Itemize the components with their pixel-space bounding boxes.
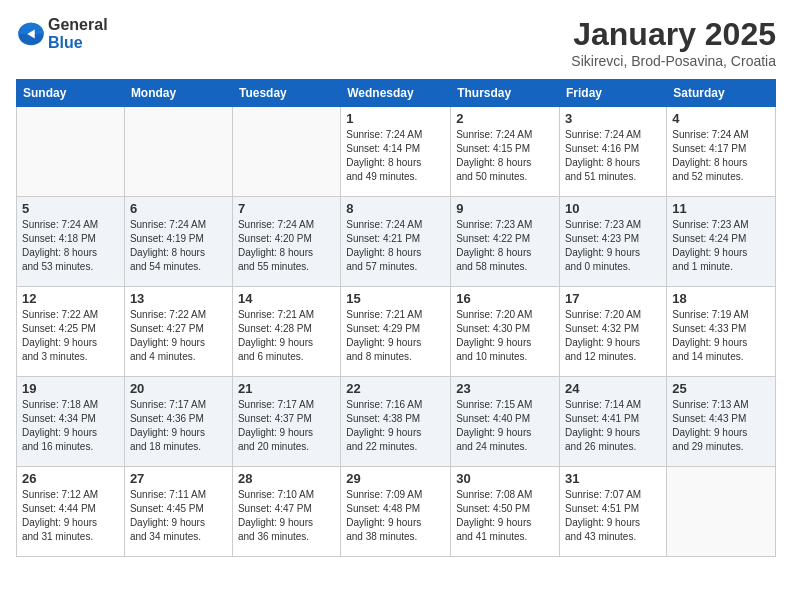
day-info: Sunrise: 7:21 AM Sunset: 4:28 PM Dayligh…	[238, 308, 335, 364]
day-info: Sunrise: 7:09 AM Sunset: 4:48 PM Dayligh…	[346, 488, 445, 544]
day-info: Sunrise: 7:10 AM Sunset: 4:47 PM Dayligh…	[238, 488, 335, 544]
calendar-table: SundayMondayTuesdayWednesdayThursdayFrid…	[16, 79, 776, 557]
day-number: 15	[346, 291, 445, 306]
day-info: Sunrise: 7:08 AM Sunset: 4:50 PM Dayligh…	[456, 488, 554, 544]
day-number: 25	[672, 381, 770, 396]
calendar-day-cell: 7Sunrise: 7:24 AM Sunset: 4:20 PM Daylig…	[232, 197, 340, 287]
calendar-week-row: 19Sunrise: 7:18 AM Sunset: 4:34 PM Dayli…	[17, 377, 776, 467]
calendar-day-header: Friday	[560, 80, 667, 107]
day-info: Sunrise: 7:21 AM Sunset: 4:29 PM Dayligh…	[346, 308, 445, 364]
day-number: 6	[130, 201, 227, 216]
day-number: 29	[346, 471, 445, 486]
day-number: 18	[672, 291, 770, 306]
day-number: 5	[22, 201, 119, 216]
day-info: Sunrise: 7:24 AM Sunset: 4:19 PM Dayligh…	[130, 218, 227, 274]
logo: General Blue	[16, 16, 108, 52]
calendar-week-row: 5Sunrise: 7:24 AM Sunset: 4:18 PM Daylig…	[17, 197, 776, 287]
day-info: Sunrise: 7:24 AM Sunset: 4:17 PM Dayligh…	[672, 128, 770, 184]
calendar-day-cell: 19Sunrise: 7:18 AM Sunset: 4:34 PM Dayli…	[17, 377, 125, 467]
month-title: January 2025	[571, 16, 776, 53]
calendar-week-row: 1Sunrise: 7:24 AM Sunset: 4:14 PM Daylig…	[17, 107, 776, 197]
calendar-header-row: SundayMondayTuesdayWednesdayThursdayFrid…	[17, 80, 776, 107]
day-number: 27	[130, 471, 227, 486]
day-number: 4	[672, 111, 770, 126]
day-number: 23	[456, 381, 554, 396]
calendar-day-cell: 25Sunrise: 7:13 AM Sunset: 4:43 PM Dayli…	[667, 377, 776, 467]
calendar-day-cell: 4Sunrise: 7:24 AM Sunset: 4:17 PM Daylig…	[667, 107, 776, 197]
day-number: 31	[565, 471, 661, 486]
calendar-day-cell: 31Sunrise: 7:07 AM Sunset: 4:51 PM Dayli…	[560, 467, 667, 557]
day-info: Sunrise: 7:24 AM Sunset: 4:21 PM Dayligh…	[346, 218, 445, 274]
day-info: Sunrise: 7:22 AM Sunset: 4:25 PM Dayligh…	[22, 308, 119, 364]
day-number: 11	[672, 201, 770, 216]
day-info: Sunrise: 7:24 AM Sunset: 4:16 PM Dayligh…	[565, 128, 661, 184]
calendar-day-cell: 10Sunrise: 7:23 AM Sunset: 4:23 PM Dayli…	[560, 197, 667, 287]
calendar-day-header: Saturday	[667, 80, 776, 107]
day-number: 30	[456, 471, 554, 486]
day-info: Sunrise: 7:24 AM Sunset: 4:15 PM Dayligh…	[456, 128, 554, 184]
calendar-day-cell	[17, 107, 125, 197]
title-block: January 2025 Sikirevci, Brod-Posavina, C…	[571, 16, 776, 69]
calendar-day-cell: 17Sunrise: 7:20 AM Sunset: 4:32 PM Dayli…	[560, 287, 667, 377]
calendar-day-cell: 3Sunrise: 7:24 AM Sunset: 4:16 PM Daylig…	[560, 107, 667, 197]
day-info: Sunrise: 7:13 AM Sunset: 4:43 PM Dayligh…	[672, 398, 770, 454]
calendar-day-cell: 6Sunrise: 7:24 AM Sunset: 4:19 PM Daylig…	[124, 197, 232, 287]
day-info: Sunrise: 7:22 AM Sunset: 4:27 PM Dayligh…	[130, 308, 227, 364]
day-number: 20	[130, 381, 227, 396]
calendar-day-cell: 22Sunrise: 7:16 AM Sunset: 4:38 PM Dayli…	[341, 377, 451, 467]
day-info: Sunrise: 7:18 AM Sunset: 4:34 PM Dayligh…	[22, 398, 119, 454]
day-number: 12	[22, 291, 119, 306]
calendar-day-cell: 20Sunrise: 7:17 AM Sunset: 4:36 PM Dayli…	[124, 377, 232, 467]
logo-general: General	[48, 16, 108, 33]
day-info: Sunrise: 7:23 AM Sunset: 4:24 PM Dayligh…	[672, 218, 770, 274]
day-number: 16	[456, 291, 554, 306]
day-number: 3	[565, 111, 661, 126]
day-number: 17	[565, 291, 661, 306]
calendar-day-header: Wednesday	[341, 80, 451, 107]
calendar-day-cell: 18Sunrise: 7:19 AM Sunset: 4:33 PM Dayli…	[667, 287, 776, 377]
day-info: Sunrise: 7:23 AM Sunset: 4:22 PM Dayligh…	[456, 218, 554, 274]
calendar-day-cell	[667, 467, 776, 557]
day-number: 28	[238, 471, 335, 486]
calendar-day-cell	[124, 107, 232, 197]
day-number: 9	[456, 201, 554, 216]
calendar-day-cell: 29Sunrise: 7:09 AM Sunset: 4:48 PM Dayli…	[341, 467, 451, 557]
day-info: Sunrise: 7:15 AM Sunset: 4:40 PM Dayligh…	[456, 398, 554, 454]
calendar-day-cell: 27Sunrise: 7:11 AM Sunset: 4:45 PM Dayli…	[124, 467, 232, 557]
calendar-day-cell: 14Sunrise: 7:21 AM Sunset: 4:28 PM Dayli…	[232, 287, 340, 377]
day-number: 8	[346, 201, 445, 216]
calendar-day-cell: 11Sunrise: 7:23 AM Sunset: 4:24 PM Dayli…	[667, 197, 776, 287]
day-info: Sunrise: 7:20 AM Sunset: 4:30 PM Dayligh…	[456, 308, 554, 364]
day-info: Sunrise: 7:14 AM Sunset: 4:41 PM Dayligh…	[565, 398, 661, 454]
day-info: Sunrise: 7:17 AM Sunset: 4:36 PM Dayligh…	[130, 398, 227, 454]
calendar-day-cell: 21Sunrise: 7:17 AM Sunset: 4:37 PM Dayli…	[232, 377, 340, 467]
calendar-day-header: Sunday	[17, 80, 125, 107]
day-number: 10	[565, 201, 661, 216]
calendar-day-cell: 12Sunrise: 7:22 AM Sunset: 4:25 PM Dayli…	[17, 287, 125, 377]
calendar-day-cell: 2Sunrise: 7:24 AM Sunset: 4:15 PM Daylig…	[451, 107, 560, 197]
calendar-day-cell: 26Sunrise: 7:12 AM Sunset: 4:44 PM Dayli…	[17, 467, 125, 557]
calendar-day-cell: 30Sunrise: 7:08 AM Sunset: 4:50 PM Dayli…	[451, 467, 560, 557]
calendar-day-cell: 8Sunrise: 7:24 AM Sunset: 4:21 PM Daylig…	[341, 197, 451, 287]
calendar-body: 1Sunrise: 7:24 AM Sunset: 4:14 PM Daylig…	[17, 107, 776, 557]
day-number: 24	[565, 381, 661, 396]
day-number: 22	[346, 381, 445, 396]
day-info: Sunrise: 7:24 AM Sunset: 4:18 PM Dayligh…	[22, 218, 119, 274]
day-number: 26	[22, 471, 119, 486]
logo-icon	[16, 19, 46, 49]
calendar-day-header: Thursday	[451, 80, 560, 107]
calendar-day-header: Tuesday	[232, 80, 340, 107]
calendar-day-cell: 16Sunrise: 7:20 AM Sunset: 4:30 PM Dayli…	[451, 287, 560, 377]
calendar-day-cell: 5Sunrise: 7:24 AM Sunset: 4:18 PM Daylig…	[17, 197, 125, 287]
day-number: 14	[238, 291, 335, 306]
calendar-day-cell: 13Sunrise: 7:22 AM Sunset: 4:27 PM Dayli…	[124, 287, 232, 377]
day-number: 7	[238, 201, 335, 216]
day-info: Sunrise: 7:19 AM Sunset: 4:33 PM Dayligh…	[672, 308, 770, 364]
calendar-day-cell	[232, 107, 340, 197]
page-header: General Blue January 2025 Sikirevci, Bro…	[16, 16, 776, 69]
calendar-week-row: 26Sunrise: 7:12 AM Sunset: 4:44 PM Dayli…	[17, 467, 776, 557]
calendar-day-header: Monday	[124, 80, 232, 107]
day-number: 13	[130, 291, 227, 306]
day-info: Sunrise: 7:07 AM Sunset: 4:51 PM Dayligh…	[565, 488, 661, 544]
calendar-day-cell: 1Sunrise: 7:24 AM Sunset: 4:14 PM Daylig…	[341, 107, 451, 197]
